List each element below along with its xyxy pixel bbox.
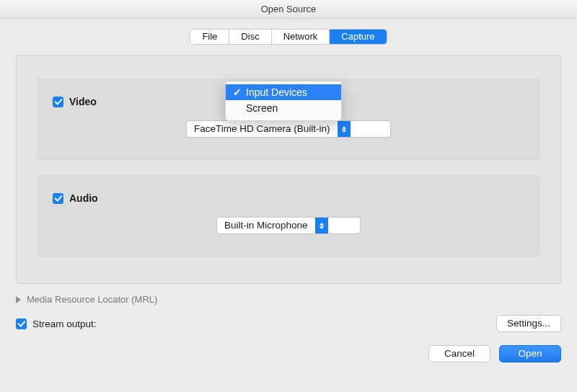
video-device-value: FaceTime HD Camera (Built-in) bbox=[187, 121, 338, 137]
tab-disc[interactable]: Disc bbox=[229, 30, 271, 44]
video-device-select[interactable]: FaceTime HD Camera (Built-in) bbox=[186, 120, 391, 138]
cancel-button[interactable]: Cancel bbox=[428, 345, 490, 362]
source-tabs: File Disc Network Capture bbox=[16, 29, 561, 45]
tab-capture[interactable]: Capture bbox=[330, 30, 386, 44]
window-title: Open Source bbox=[0, 0, 577, 19]
video-label: Video bbox=[69, 96, 97, 107]
audio-device-value: Built-in Microphone bbox=[217, 218, 315, 233]
menu-item-label: Screen bbox=[246, 102, 278, 114]
checkmark-icon: ✓ bbox=[232, 86, 243, 98]
menu-item-label: Input Devices bbox=[246, 86, 307, 98]
chevron-up-down-icon bbox=[315, 218, 328, 233]
audio-checkbox[interactable] bbox=[53, 193, 63, 204]
disclosure-triangle-icon bbox=[16, 296, 21, 303]
tab-file[interactable]: File bbox=[190, 30, 229, 44]
audio-device-select[interactable]: Built-in Microphone bbox=[216, 217, 361, 234]
open-button[interactable]: Open bbox=[499, 345, 561, 362]
mrl-disclosure[interactable]: Media Resource Locator (MRL) bbox=[16, 294, 561, 305]
menu-item-screen[interactable]: Screen bbox=[226, 100, 341, 116]
stream-output-checkbox[interactable] bbox=[16, 318, 27, 329]
capture-mode-menu: ✓ Input Devices Screen bbox=[225, 81, 342, 121]
mrl-label: Media Resource Locator (MRL) bbox=[27, 294, 157, 305]
stream-output-label: Stream output: bbox=[32, 318, 97, 329]
menu-item-input-devices[interactable]: ✓ Input Devices bbox=[226, 84, 341, 100]
audio-group: Audio Built-in Microphone bbox=[37, 175, 540, 257]
video-checkbox[interactable] bbox=[53, 97, 63, 107]
audio-label: Audio bbox=[69, 192, 98, 204]
chevron-up-down-icon bbox=[338, 121, 351, 137]
tab-network[interactable]: Network bbox=[272, 30, 330, 44]
settings-button[interactable]: Settings... bbox=[496, 315, 561, 332]
